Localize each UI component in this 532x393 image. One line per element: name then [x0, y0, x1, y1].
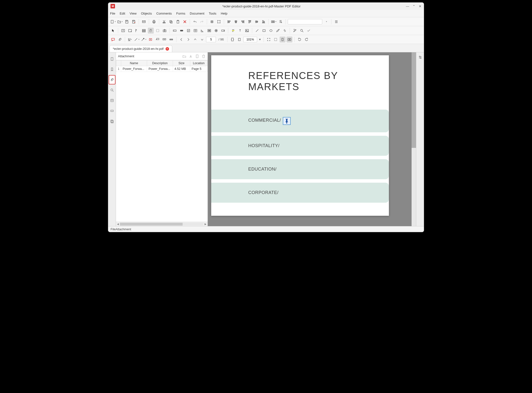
align-left-button[interactable]	[226, 19, 232, 25]
fit-width-button[interactable]	[229, 37, 235, 42]
new-doc-button[interactable]	[110, 19, 116, 25]
minimize-button[interactable]: —	[406, 4, 409, 8]
open-button[interactable]	[117, 19, 123, 25]
search-options-button[interactable]	[323, 19, 329, 25]
ellipse-tool[interactable]	[268, 28, 274, 34]
text-field-tool[interactable]	[172, 28, 178, 34]
facing-pages-button[interactable]	[286, 37, 292, 42]
align-center-h-button[interactable]	[233, 19, 239, 25]
sidetab-pages[interactable]	[109, 54, 115, 64]
copy-button[interactable]	[168, 19, 174, 25]
checkbox-tool[interactable]	[186, 28, 191, 34]
pencil-tool[interactable]	[275, 28, 281, 34]
col-location[interactable]: Location	[190, 60, 207, 66]
menu-toggle-button[interactable]	[333, 19, 339, 25]
prev-page-button[interactable]	[178, 37, 184, 42]
save-button[interactable]	[124, 19, 130, 25]
angle-tool[interactable]	[199, 28, 205, 34]
select-tool[interactable]	[110, 28, 116, 34]
comment-tool[interactable]	[110, 37, 116, 42]
search-tool[interactable]	[299, 28, 305, 34]
attachment-save-icon[interactable]	[189, 54, 193, 58]
fit-visible-button[interactable]	[273, 37, 279, 42]
delete-button[interactable]	[182, 19, 188, 25]
attachment-open-icon[interactable]	[182, 54, 186, 58]
single-page-button[interactable]	[280, 37, 285, 42]
align-bottom-button[interactable]	[261, 19, 266, 25]
edit-doc-tool[interactable]	[134, 28, 140, 34]
sidetab-bookmarks[interactable]	[109, 65, 115, 74]
sidetab-layers[interactable]	[109, 96, 115, 105]
combo-tool[interactable]	[220, 28, 226, 34]
menu-forms[interactable]: Forms	[176, 12, 185, 15]
cut-button[interactable]	[161, 19, 167, 25]
menu-document[interactable]: Document	[190, 12, 204, 15]
align-right-button[interactable]	[240, 19, 246, 25]
last-page-button[interactable]	[199, 37, 205, 42]
menu-tools[interactable]: Tools	[209, 12, 216, 15]
col-name[interactable]: Name	[121, 60, 147, 66]
menu-file[interactable]: File	[110, 12, 115, 15]
document-canvas[interactable]: REFERENCES BY MARKETS COMMERCIAL/ HOSPIT…	[208, 52, 416, 226]
close-button[interactable]: ✕	[419, 4, 421, 8]
first-page-button[interactable]	[192, 37, 198, 42]
align-top-button[interactable]	[247, 19, 253, 25]
file-attachment-annotation[interactable]	[283, 117, 291, 125]
rectangle-tool[interactable]	[261, 28, 267, 34]
col-size[interactable]: Size	[173, 60, 190, 66]
snapshot-tool[interactable]	[162, 28, 168, 34]
sidetab-thumbnails[interactable]	[109, 117, 115, 126]
radio-tool[interactable]	[213, 28, 219, 34]
rotate-ccw-button[interactable]	[297, 37, 303, 42]
highlighter-tool[interactable]	[292, 28, 298, 34]
attachment-tool[interactable]	[117, 37, 123, 42]
grid-button[interactable]	[209, 19, 215, 25]
settings-icon[interactable]	[417, 54, 423, 60]
insert-image-tool[interactable]	[244, 28, 250, 34]
fit-page-button[interactable]	[236, 37, 242, 42]
select-area-tool[interactable]	[155, 28, 161, 34]
arrow-tool[interactable]	[141, 37, 147, 42]
hand-tool[interactable]	[148, 28, 154, 34]
page-number-input[interactable]	[206, 37, 216, 42]
maximize-button[interactable]: ⌃	[413, 4, 415, 8]
list-field-tool[interactable]	[206, 28, 212, 34]
text-box-tool[interactable]	[148, 37, 153, 42]
rotate-cw-button[interactable]	[304, 37, 309, 42]
underline-tool[interactable]: U	[127, 37, 133, 42]
undo-button[interactable]	[192, 19, 198, 25]
tab-close-icon[interactable]: ✕	[166, 47, 169, 51]
draw-line-tool[interactable]	[134, 37, 140, 42]
sidetab-search[interactable]	[109, 85, 115, 95]
stamp-tool[interactable]	[161, 37, 167, 42]
button-field-tool[interactable]	[179, 28, 185, 34]
next-page-button[interactable]	[185, 37, 191, 42]
menu-help[interactable]: Help	[221, 12, 228, 15]
line-tool[interactable]	[254, 28, 260, 34]
print-button[interactable]	[151, 19, 157, 25]
menu-comments[interactable]: Comments	[156, 12, 172, 15]
sidetab-attachments[interactable]	[109, 75, 115, 84]
document-tab[interactable]: *ecler-product-guide-2018-en-hr.pdf ✕	[110, 45, 172, 52]
col-description[interactable]: Description	[147, 60, 173, 66]
menu-view[interactable]: View	[130, 12, 136, 15]
attachment-hscroll[interactable]: ◀ ▶	[116, 222, 208, 226]
zoom-input[interactable]	[243, 37, 257, 42]
canvas-vscroll[interactable]	[412, 52, 416, 226]
insert-text-tool[interactable]	[237, 28, 243, 34]
callout-tool[interactable]	[154, 37, 160, 42]
order-button[interactable]	[278, 19, 284, 25]
table-tool[interactable]	[192, 28, 198, 34]
sidetab-signatures[interactable]	[109, 106, 115, 116]
paste-button[interactable]	[175, 19, 181, 25]
measure-tool[interactable]	[168, 37, 174, 42]
search-input[interactable]	[288, 19, 322, 24]
edit-text-tool[interactable]	[120, 28, 126, 34]
distribute-button[interactable]	[271, 19, 277, 25]
align-center-v-button[interactable]	[254, 19, 260, 25]
attachment-add-icon[interactable]	[195, 54, 199, 58]
link-tool[interactable]	[282, 28, 288, 34]
edit-form-tool[interactable]	[127, 28, 133, 34]
actual-size-button[interactable]	[266, 37, 272, 42]
attachment-delete-icon[interactable]	[202, 54, 206, 58]
